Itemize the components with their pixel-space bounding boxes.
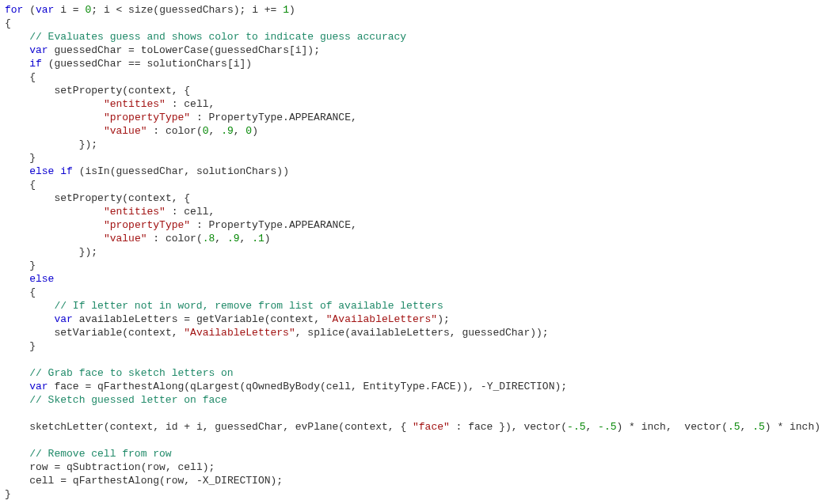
code-block: for (var i = 0; i < size(guessedChars); … (0, 0, 822, 504)
num-0: 0 (85, 4, 91, 16)
comment-eval: // Evaluates guess and shows color to in… (29, 31, 406, 43)
keyword-for: for (5, 4, 23, 16)
str-value: "value" (104, 125, 147, 137)
keyword-if: if (29, 58, 42, 70)
str-availletters: "AvailableLetters" (326, 313, 437, 325)
keyword-var: var (36, 4, 54, 16)
comment-grabface: // Grab face to sketch letters on (29, 367, 233, 379)
str-propertytype: "propertyType" (104, 112, 190, 123)
comment-sketchletter: // Sketch guessed letter on face (29, 394, 227, 406)
ident-i: i (60, 4, 67, 16)
str-entities: "entities" (104, 98, 166, 110)
comment-notinword: // If letter not in word, remove from li… (54, 300, 443, 312)
str-face: "face" (413, 421, 450, 433)
keyword-elseif: else if (29, 165, 73, 177)
keyword-else: else (29, 273, 54, 285)
comment-removecell: // Remove cell from row (29, 448, 171, 460)
num-1: 1 (283, 4, 289, 16)
